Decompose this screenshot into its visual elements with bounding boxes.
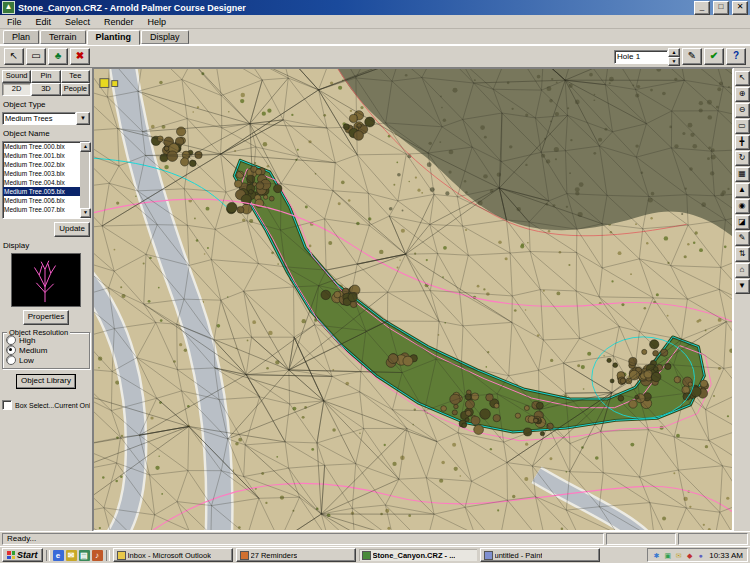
task-label: 27 Reminders bbox=[251, 551, 298, 560]
list-item[interactable]: Medium Tree.003.blx bbox=[3, 169, 80, 178]
tray-icon[interactable]: ✉ bbox=[674, 551, 683, 560]
taskbar: Start e ✉ ▤ ♪ Inbox - Microsoft Outlook … bbox=[0, 546, 750, 563]
edit-tool[interactable]: ✎ bbox=[735, 231, 750, 246]
maximize-icon[interactable]: □ bbox=[713, 1, 729, 15]
tab-planting[interactable]: Planting bbox=[87, 30, 141, 45]
media-player-icon[interactable]: ♪ bbox=[92, 550, 103, 561]
menu-file[interactable]: File bbox=[0, 17, 29, 27]
panel-tab-3d[interactable]: 3D bbox=[31, 83, 60, 96]
delete-tool-icon[interactable]: ✖ bbox=[70, 48, 90, 65]
list-item[interactable]: Medium Tree.001.blx bbox=[3, 151, 80, 160]
plant-tool-icon[interactable]: ♣ bbox=[48, 48, 68, 65]
list-item[interactable]: Medium Tree.002.blx bbox=[3, 160, 80, 169]
list-item[interactable]: Medium Tree.000.blx bbox=[3, 142, 80, 151]
tray-icon[interactable]: ◆ bbox=[685, 551, 694, 560]
home-tool[interactable]: ⌂ bbox=[735, 263, 750, 278]
task-icon bbox=[362, 551, 371, 560]
terrain-tool[interactable]: ▲ bbox=[735, 183, 750, 198]
chevron-down-icon[interactable]: ▼ bbox=[76, 112, 90, 125]
start-label: Start bbox=[17, 550, 38, 560]
panel-tab-2d[interactable]: 2D bbox=[2, 83, 31, 96]
internet-explorer-icon[interactable]: e bbox=[53, 550, 64, 561]
tray-icon[interactable]: ● bbox=[696, 551, 705, 560]
select-tool-icon[interactable]: ↖ bbox=[4, 48, 24, 65]
measure-tool[interactable]: ⇅ bbox=[735, 247, 750, 262]
list-item[interactable]: Medium Tree.004.blx bbox=[3, 178, 80, 187]
edit-button-icon[interactable]: ✎ bbox=[682, 48, 702, 65]
list-item[interactable]: Medium Tree.006.blx bbox=[3, 196, 80, 205]
box-select-option[interactable]: Box Select...Current Only bbox=[2, 400, 90, 410]
panel-tab-grid: Sound Pin Tee 2D 3D People bbox=[2, 70, 90, 96]
minimize-icon[interactable]: _ bbox=[694, 1, 710, 15]
list-item[interactable]: Medium Tree.005.blx bbox=[3, 187, 80, 196]
radio-medium[interactable] bbox=[6, 345, 16, 355]
box-select-label: Box Select...Current Only bbox=[15, 402, 90, 409]
panel-tab-sound[interactable]: Sound bbox=[2, 70, 31, 83]
course-map-canvas[interactable] bbox=[93, 68, 733, 531]
hole-spin-down-icon[interactable]: ▼ bbox=[668, 57, 680, 66]
list-item[interactable]: Medium Tree.007.blx bbox=[3, 205, 80, 214]
menu-help[interactable]: Help bbox=[141, 17, 174, 27]
hole-selector[interactable]: Hole 1 ▲ ▼ bbox=[614, 50, 680, 64]
tab-plan[interactable]: Plan bbox=[3, 30, 39, 44]
hole-selector-value[interactable]: Hole 1 bbox=[614, 50, 668, 64]
zoom-in-tool[interactable]: ⊕ bbox=[735, 87, 750, 102]
object-library-button[interactable]: Object Library bbox=[16, 374, 76, 389]
scroll-down-icon[interactable]: ▼ bbox=[80, 208, 91, 218]
camera-tool[interactable]: ◉ bbox=[735, 199, 750, 214]
apply-check-icon[interactable]: ✔ bbox=[704, 48, 724, 65]
display-label: Display bbox=[3, 241, 90, 250]
select-tool[interactable]: ↖ bbox=[735, 71, 750, 86]
menu-select[interactable]: Select bbox=[58, 17, 97, 27]
object-type-dropdown[interactable]: Medium Trees ▼ bbox=[2, 112, 90, 125]
grid-tool[interactable]: ▦ bbox=[735, 167, 750, 182]
clock: 10:33 AM bbox=[707, 551, 743, 560]
task-label: Inbox - Microsoft Outlook bbox=[128, 551, 211, 560]
title-bar[interactable]: ▲ Stone_Canyon.CRZ - Arnold Palmer Cours… bbox=[0, 0, 750, 15]
panel-tab-tee[interactable]: Tee bbox=[61, 70, 90, 83]
task-icon bbox=[484, 551, 493, 560]
task-reminders[interactable]: 27 Reminders bbox=[236, 548, 356, 562]
tray-icon[interactable]: ▣ bbox=[663, 551, 672, 560]
panel-tab-people[interactable]: People bbox=[61, 83, 90, 96]
radio-low[interactable] bbox=[6, 355, 16, 365]
pan-tool[interactable]: ╋ bbox=[735, 135, 750, 150]
radio-low-label: Low bbox=[19, 356, 34, 365]
flag-tool[interactable]: ▼ bbox=[735, 279, 750, 294]
outlook-icon[interactable]: ✉ bbox=[66, 550, 77, 561]
menu-render[interactable]: Render bbox=[97, 17, 141, 27]
tab-terrain[interactable]: Terrain bbox=[40, 30, 86, 44]
zoom-out-tool[interactable]: ⊖ bbox=[735, 103, 750, 118]
resolution-option-low[interactable]: Low bbox=[6, 355, 86, 365]
tab-display[interactable]: Display bbox=[141, 30, 189, 44]
menu-edit[interactable]: Edit bbox=[29, 17, 59, 27]
resolution-option-medium[interactable]: Medium bbox=[6, 345, 86, 355]
close-icon[interactable]: ✕ bbox=[732, 1, 748, 15]
hole-spin-up-icon[interactable]: ▲ bbox=[668, 48, 680, 57]
panel-tab-pin[interactable]: Pin bbox=[31, 70, 60, 83]
task-course-designer[interactable]: Stone_Canyon.CRZ - ... bbox=[359, 549, 477, 561]
rotate-tool[interactable]: ↻ bbox=[735, 151, 750, 166]
task-outlook[interactable]: Inbox - Microsoft Outlook bbox=[113, 548, 233, 562]
object-resolution-label: Object Resolution bbox=[7, 328, 70, 337]
start-button[interactable]: Start bbox=[2, 548, 43, 562]
object-name-list[interactable]: Medium Tree.000.blx Medium Tree.001.blx … bbox=[2, 141, 90, 219]
radio-high[interactable] bbox=[6, 335, 16, 345]
status-cell bbox=[606, 533, 676, 545]
properties-button[interactable]: Properties bbox=[23, 310, 69, 325]
zoom-window-tool[interactable]: ▭ bbox=[735, 119, 750, 134]
app-icon: ▲ bbox=[2, 1, 15, 14]
scroll-up-icon[interactable]: ▲ bbox=[80, 142, 91, 152]
list-scrollbar[interactable]: ▲ ▼ bbox=[80, 142, 89, 218]
task-paint[interactable]: untitled - Paint bbox=[480, 548, 600, 562]
layers-tool[interactable]: ◪ bbox=[735, 215, 750, 230]
status-bar: Ready... bbox=[0, 531, 750, 546]
update-button[interactable]: Update bbox=[54, 222, 90, 237]
help-button-icon[interactable]: ? bbox=[726, 48, 746, 65]
show-desktop-icon[interactable]: ▤ bbox=[79, 550, 90, 561]
box-select-checkbox[interactable] bbox=[2, 400, 12, 410]
radio-medium-label: Medium bbox=[19, 346, 47, 355]
tray-icon[interactable]: ✱ bbox=[652, 551, 661, 560]
marquee-tool-icon[interactable]: ▭ bbox=[26, 48, 46, 65]
object-resolution-group: Object Resolution High Medium Low bbox=[2, 332, 90, 369]
